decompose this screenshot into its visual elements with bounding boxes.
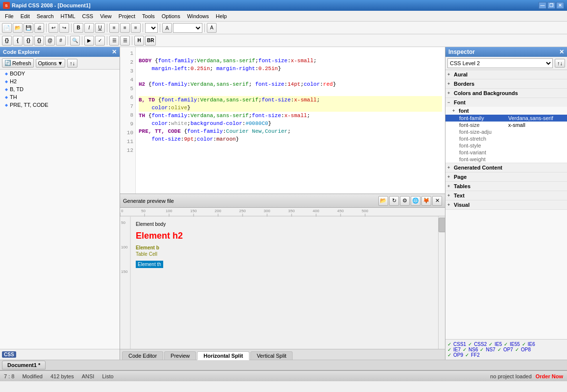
prop-font-weight[interactable]: font-weight — [445, 156, 567, 163]
tab-code-editor[interactable]: Code Editor — [122, 351, 163, 360]
search-btn[interactable]: 🔍 — [70, 36, 80, 46]
op7-check: ✓ — [497, 347, 501, 352]
menu-file[interactable]: File — [2, 12, 17, 20]
save-button[interactable]: 💾 — [24, 23, 33, 33]
tree-item-pre[interactable]: ◆ PRE, TT, CODE — [0, 101, 120, 109]
preview-refresh-btn[interactable]: ↻ — [389, 196, 399, 206]
toolbar-1: 📄 📂 💾 🖨 ↩ ↪ B I U ≡ ≡ ≡ Verdana,sans-ser… — [0, 22, 567, 34]
menu-search[interactable]: Search — [34, 12, 57, 20]
scrollbar-thumb[interactable] — [439, 218, 445, 232]
redo-button[interactable]: ↪ — [59, 23, 69, 33]
options-button[interactable]: Options ▼ — [36, 59, 66, 68]
doc-tab-document1[interactable]: Document1 * — [2, 361, 46, 369]
css-brace-btn3[interactable]: {} — [24, 36, 33, 46]
tree-item-b-td[interactable]: ◆ B, TD — [0, 85, 120, 93]
visual-header[interactable]: + Visual — [445, 200, 567, 209]
new-button[interactable]: 📄 — [2, 23, 12, 33]
color-button[interactable]: A — [207, 23, 217, 33]
font-select[interactable]: Verdana,sans-serif — [145, 23, 158, 33]
font-subgroup[interactable]: + font — [445, 107, 567, 115]
prop-font-size-adju[interactable]: font-size-adju — [445, 128, 567, 135]
menu-project[interactable]: Project — [116, 12, 138, 20]
preview-settings-btn[interactable]: ⚙ — [400, 196, 410, 206]
text-header[interactable]: + Text — [445, 191, 567, 200]
generated-header[interactable]: + Generated Content — [445, 163, 567, 172]
tree-item-h2[interactable]: ◆ H2 — [0, 77, 120, 85]
prop-font-variant[interactable]: font-variant — [445, 149, 567, 156]
menu-css[interactable]: CSS — [79, 12, 97, 20]
tab-vertical-split[interactable]: Vertical Split — [250, 351, 293, 360]
minimize-button[interactable]: — — [539, 2, 546, 9]
expand-icon: + — [447, 91, 452, 96]
close-button[interactable]: ✕ — [556, 2, 564, 9]
prop-font-size[interactable]: font-size x-small — [445, 122, 567, 128]
code-editor[interactable]: 1 2 3 4 5 6 7 8 9 10 11 12 BODY {font-fa… — [120, 47, 445, 194]
align-center[interactable]: ≡ — [120, 23, 130, 33]
colors-header[interactable]: + Colors and Backgrounds — [445, 89, 567, 98]
list-btn2[interactable]: ☰ — [120, 36, 130, 46]
prop-font-style[interactable]: font-style — [445, 142, 567, 149]
validate-btn[interactable]: ✓ — [95, 36, 105, 46]
tab-preview[interactable]: Preview — [164, 351, 196, 360]
tree-item-label: B, TD — [10, 86, 24, 92]
tab-horizontal-split[interactable]: Horizontal Split — [197, 351, 249, 360]
line-num-5: 5 — [120, 84, 135, 93]
refresh-button[interactable]: 🔄 Refresh — [2, 58, 34, 68]
aural-header[interactable]: + Aural — [445, 70, 567, 79]
print-button[interactable]: 🖨 — [34, 23, 44, 33]
op9-check: ✓ — [447, 352, 451, 358]
menu-tools[interactable]: Tools — [139, 12, 158, 20]
title-bar-controls[interactable]: — ❐ ✕ — [539, 2, 564, 9]
font-header[interactable]: − Font — [445, 98, 567, 107]
css-brace-btn4[interactable]: {} — [34, 36, 44, 46]
font-size-select[interactable]: x-sma — [173, 23, 202, 33]
preview-browser-btn[interactable]: 🌐 — [411, 196, 420, 206]
line-num-11: 11 — [120, 137, 135, 146]
preview-folder-btn[interactable]: 📂 — [378, 196, 388, 206]
menu-help[interactable]: Help — [213, 12, 230, 20]
inspector-close[interactable]: ✕ — [559, 49, 564, 55]
br-btn[interactable]: BR — [145, 36, 156, 46]
sort-button[interactable]: ↑↓ — [67, 59, 77, 68]
restore-button[interactable]: ❐ — [547, 2, 555, 9]
at-btn[interactable]: @ — [45, 36, 55, 46]
align-left[interactable]: ≡ — [109, 23, 119, 33]
h-btn[interactable]: H — [134, 36, 144, 46]
list-btn[interactable]: ☰ — [109, 36, 119, 46]
sep-3 — [107, 24, 107, 32]
project-status: no project loaded — [490, 373, 531, 379]
undo-button[interactable]: ↩ — [49, 23, 58, 33]
css-braces-btn[interactable]: {} — [2, 36, 12, 46]
tables-header[interactable]: + Tables — [445, 182, 567, 191]
bold-button[interactable]: B — [74, 23, 83, 33]
preview-close-btn[interactable]: ✕ — [432, 196, 442, 206]
section-text: + Text — [445, 191, 567, 200]
scrollbar[interactable] — [438, 217, 445, 349]
menu-html[interactable]: HTML — [58, 12, 78, 20]
css-brace-btn2[interactable]: { — [13, 36, 23, 46]
tree-item-th[interactable]: ◆ TH — [0, 93, 120, 101]
menu-windows[interactable]: Windows — [184, 12, 212, 20]
preview-firefox-btn[interactable]: 🦊 — [421, 196, 431, 206]
css-level-select[interactable]: CSS Level 2 — [447, 58, 553, 68]
underline-button[interactable]: U — [95, 23, 105, 33]
prop-font-family[interactable]: font-family Verdana,sans-serif — [445, 115, 567, 122]
align-right[interactable]: ≡ — [131, 23, 141, 33]
prop-font-stretch[interactable]: font-stretch — [445, 135, 567, 142]
hash-btn[interactable]: # — [56, 36, 66, 46]
page-header[interactable]: + Page — [445, 172, 567, 181]
open-button[interactable]: 📂 — [13, 23, 23, 33]
borders-header[interactable]: + Borders — [445, 79, 567, 88]
order-now-button[interactable]: Order Now — [536, 373, 563, 379]
ie5-check: ✓ — [489, 342, 493, 347]
tree-item-body[interactable]: ◆ BODY — [0, 70, 120, 77]
tree-item-label: BODY — [10, 71, 25, 76]
preview-btn[interactable]: ▶ — [84, 36, 94, 46]
menu-edit[interactable]: Edit — [18, 12, 33, 20]
menu-view[interactable]: View — [97, 12, 115, 20]
code-content[interactable]: BODY {font-family:Verdana,sans-serif;fon… — [136, 47, 445, 194]
menu-options[interactable]: Options — [159, 12, 183, 20]
code-explorer-close[interactable]: ✕ — [112, 49, 117, 55]
inspector-sort-btn[interactable]: ↑↓ — [555, 59, 565, 68]
italic-button[interactable]: I — [84, 23, 94, 33]
